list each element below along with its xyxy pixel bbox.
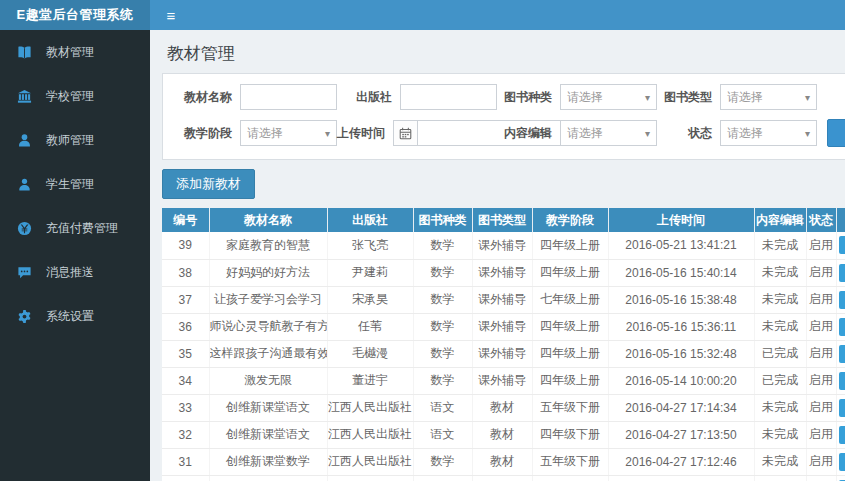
cell-4: 课外辅导 [472,313,532,340]
sidebar-item-school-management[interactable]: 学校管理 [0,74,150,118]
cell-6: 2016-05-16 15:32:48 [608,340,754,367]
column-header-7: 内容编辑 [754,208,806,232]
status-label: 状态 [657,125,712,142]
cell-2: 宋承昊 [327,286,413,313]
filter-panel: 教材名称出版社图书种类请选择▾图书类型请选择▾教学阶段请选择▾上传时间内容编辑请… [162,73,845,160]
cell-0: 36 [162,313,209,340]
row-action-button[interactable] [839,264,845,282]
payment-icon [17,221,32,236]
cell-7: 未完成 [754,475,806,481]
row-actions-cell [836,367,845,394]
cell-5: 四年级上册 [532,313,608,340]
cell-4: 教材 [472,475,532,481]
table-row: 30创维新课堂数学江西人民出版社数学教材四年级下册2016-04-27 17:1… [162,475,845,481]
cell-7: 未完成 [754,448,806,475]
row-action-button[interactable] [839,426,845,444]
row-actions-cell [836,340,845,367]
row-action-button[interactable] [839,318,845,336]
row-action-button[interactable] [839,236,845,254]
sidebar-item-label: 系统设置 [46,308,94,325]
book-type-label: 图书类型 [657,89,712,106]
row-actions-cell [836,394,845,421]
cell-6: 2016-05-21 13:41:21 [608,232,754,259]
table-row: 38好妈妈的好方法尹建莉数学课外辅导四年级上册2016-05-16 15:40:… [162,259,845,286]
cell-4: 教材 [472,421,532,448]
sidebar-item-label: 消息推送 [46,264,94,281]
cell-3: 语文 [413,394,472,421]
cell-1: 师说心灵导航教子有方 [209,313,327,340]
cell-5: 四年级上册 [532,367,608,394]
row-action-button[interactable] [839,345,845,363]
cell-1: 好妈妈的好方法 [209,259,327,286]
cell-7: 已完成 [754,340,806,367]
content-edit-select[interactable]: 请选择▾ [560,120,657,146]
content-header: 教材管理 [150,30,845,73]
cell-4: 课外辅导 [472,340,532,367]
table-row: 39家庭教育的智慧张飞亮数学课外辅导四年级上册2016-05-21 13:41:… [162,232,845,259]
textbook-name-input[interactable] [240,84,337,110]
table-row: 32创维新课堂语文江西人民出版社语文教材四年级下册2016-04-27 17:1… [162,421,845,448]
cell-6: 2016-04-27 17:13:50 [608,421,754,448]
cell-8: 启用 [806,421,836,448]
cell-8: 启用 [806,259,836,286]
cell-2: 张飞亮 [327,232,413,259]
sidebar-item-textbook-management[interactable]: 教材管理 [0,30,150,74]
sidebar-item-teacher-management[interactable]: 教师管理 [0,118,150,162]
cell-4: 课外辅导 [472,286,532,313]
book-category-label: 图书种类 [497,89,552,106]
sidebar-toggle-icon[interactable]: ≡ [150,0,192,30]
cell-2: 任苇 [327,313,413,340]
row-action-button[interactable] [839,291,845,309]
cell-4: 课外辅导 [472,367,532,394]
cell-1: 激发无限 [209,367,327,394]
row-action-button[interactable] [839,453,845,471]
row-action-button[interactable] [839,372,845,390]
add-textbook-button[interactable]: 添加新教材 [162,169,255,199]
cell-7: 未完成 [754,259,806,286]
cell-5: 五年级下册 [532,394,608,421]
cell-3: 数学 [413,367,472,394]
column-header-2: 出版社 [327,208,413,232]
search-button[interactable]: 搜索 [827,119,845,147]
column-header-5: 教学阶段 [532,208,608,232]
book-icon [17,45,32,60]
row-action-button[interactable] [839,399,845,417]
sidebar-item-message-push[interactable]: 消息推送 [0,250,150,294]
publisher-input[interactable] [400,84,497,110]
cell-0: 33 [162,394,209,421]
filter-group-teaching-stage: 教学阶段请选择▾ [169,120,337,146]
book-category-selected-value: 请选择 [567,89,645,106]
cell-1: 创维新课堂数学 [209,475,327,481]
topbar: E趣堂后台管理系统 ≡ [0,0,845,30]
sidebar-item-system-settings[interactable]: 系统设置 [0,294,150,338]
column-header-6: 上传时间 [608,208,754,232]
cell-3: 语文 [413,421,472,448]
filter-group-textbook-name: 教材名称 [169,84,337,110]
cell-3: 数学 [413,340,472,367]
teaching-stage-selected-value: 请选择 [247,125,325,142]
textbook-name-label: 教材名称 [169,89,232,106]
cell-1: 创维新课堂数学 [209,448,327,475]
sidebar-item-recharge-payment-management[interactable]: 充值付费管理 [0,206,150,250]
cell-8: 启用 [806,232,836,259]
status-select[interactable]: 请选择▾ [720,120,817,146]
teaching-stage-select[interactable]: 请选择▾ [240,120,337,146]
upload-time-label: 上传时间 [337,125,385,142]
actions-column-header [836,208,845,232]
column-header-1: 教材名称 [209,208,327,232]
cell-4: 课外辅导 [472,232,532,259]
cell-6: 2016-05-16 15:38:48 [608,286,754,313]
teacher-icon [17,133,32,148]
sidebar-item-label: 学生管理 [46,176,94,193]
cell-1: 这样跟孩子沟通最有效 [209,340,327,367]
cell-6: 2016-04-27 17:14:34 [608,394,754,421]
book-category-select[interactable]: 请选择▾ [560,84,657,110]
sidebar-item-student-management[interactable]: 学生管理 [0,162,150,206]
calendar-icon [393,120,417,146]
cell-4: 教材 [472,394,532,421]
cell-5: 四年级下册 [532,475,608,481]
student-icon [17,177,32,192]
cell-1: 家庭教育的智慧 [209,232,327,259]
sidebar-item-label: 充值付费管理 [46,220,118,237]
book-type-select[interactable]: 请选择▾ [720,84,817,110]
